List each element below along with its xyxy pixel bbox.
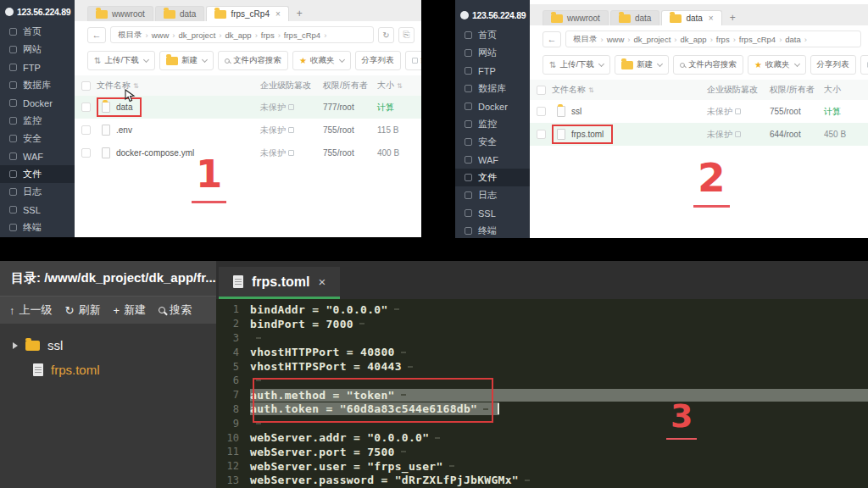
share-list-button[interactable]: 分享列表: [355, 51, 401, 70]
breadcrumb-segment[interactable]: 根目录: [118, 30, 152, 41]
sidebar-item[interactable]: 文件: [455, 169, 530, 186]
row-checkbox[interactable]: [81, 148, 91, 158]
server-header[interactable]: 123.56.224.89 0: [0, 0, 75, 23]
code-line[interactable]: 3: [216, 331, 868, 346]
favorites-button[interactable]: ★收藏夹: [748, 55, 805, 75]
close-icon[interactable]: ×: [318, 274, 326, 289]
sidebar-item[interactable]: 数据库: [0, 76, 75, 94]
breadcrumb-segment[interactable]: dk_app: [680, 35, 715, 44]
close-icon[interactable]: ×: [709, 14, 714, 23]
refresh-icon[interactable]: ↻: [378, 27, 394, 43]
row-checkbox[interactable]: [537, 107, 546, 116]
sidebar-item[interactable]: WAF: [455, 151, 530, 169]
sidebar-item[interactable]: FTP: [0, 58, 75, 76]
code-line[interactable]: 6: [216, 374, 868, 388]
file-size[interactable]: 计算: [824, 106, 868, 118]
row-checkbox[interactable]: [537, 130, 546, 139]
breadcrumb-segment[interactable]: frps_cRp4: [284, 30, 330, 40]
up-level-button[interactable]: ↑上一级: [9, 302, 53, 318]
code-line[interactable]: 8 auth.token = "60d8a83c544e6168db": [216, 402, 868, 417]
editor-tab-frps-toml[interactable]: frps.toml ×: [219, 267, 340, 299]
sidebar-item[interactable]: 监控: [455, 115, 530, 133]
refresh-button[interactable]: ↻刷新: [65, 302, 101, 318]
server-header[interactable]: 123.56.224.89 0: [455, 3, 530, 26]
content-search-button[interactable]: 文件内容搜索: [218, 51, 288, 70]
terminal-button[interactable]: 终端: [405, 51, 422, 70]
tab-data-active[interactable]: data×: [661, 10, 721, 25]
sidebar-item[interactable]: 数据库: [455, 80, 530, 97]
sidebar-item[interactable]: 监控: [0, 112, 75, 130]
close-icon[interactable]: ×: [275, 9, 281, 19]
new-tab-button[interactable]: +: [291, 6, 309, 21]
content-search-button[interactable]: 文件内容搜索: [673, 55, 743, 75]
share-list-button[interactable]: 分享列表: [810, 55, 856, 75]
tab-data[interactable]: data: [155, 6, 204, 21]
select-all-checkbox[interactable]: [81, 81, 91, 91]
breadcrumb-segment[interactable]: dk_app: [225, 30, 260, 40]
sidebar-item[interactable]: Docker: [455, 97, 530, 115]
sidebar-item[interactable]: 日志: [0, 183, 75, 201]
file-size[interactable]: 450 B: [824, 130, 868, 139]
sidebar-item[interactable]: 网站: [0, 41, 75, 58]
search-button[interactable]: 搜索: [159, 302, 192, 318]
code-line[interactable]: 11 webServer.port = 7500: [216, 445, 868, 459]
sidebar-item[interactable]: SSL: [0, 201, 75, 219]
breadcrumb-segment[interactable]: dk_project: [633, 35, 680, 44]
copy-path-icon[interactable]: ⎘: [398, 27, 415, 43]
new-tab-button[interactable]: +: [724, 10, 742, 25]
tab-wwwroot[interactable]: wwwroot: [87, 6, 153, 21]
code-line[interactable]: 4 vhostHTTPPort = 40800: [216, 345, 868, 359]
tab-data[interactable]: data: [610, 10, 659, 25]
code-line[interactable]: 1 bindAddr = "0.0.0.0": [216, 302, 868, 317]
tab-frps-crp4[interactable]: frps_cRp4×: [206, 6, 288, 21]
breadcrumb-segment[interactable]: frps_cRp4: [739, 35, 785, 44]
select-all-checkbox[interactable]: [537, 86, 546, 95]
tree-item-frps-toml[interactable]: frps.toml: [0, 358, 216, 382]
code-line[interactable]: 7 auth.method = "token": [216, 388, 868, 402]
sidebar-item[interactable]: 终端: [455, 222, 530, 238]
back-button[interactable]: ←: [542, 31, 561, 47]
breadcrumb-segment[interactable]: 根目录: [573, 34, 607, 45]
code-line[interactable]: 10 webServer.addr = "0.0.0.0": [216, 430, 868, 445]
file-size[interactable]: 400 B: [377, 148, 421, 158]
sidebar-item[interactable]: 网站: [455, 44, 530, 62]
new-button[interactable]: 新建: [615, 55, 669, 75]
sidebar-item[interactable]: SSL: [455, 204, 530, 222]
tab-wwwroot[interactable]: wwwroot: [542, 10, 609, 25]
sidebar-item[interactable]: 文件: [0, 165, 75, 183]
table-row[interactable]: frps.toml 未保护 644/root 450 B: [530, 123, 868, 146]
new-button[interactable]: 新建: [159, 51, 214, 70]
breadcrumb-segment[interactable]: www: [152, 30, 179, 40]
code-line[interactable]: 12 webServer.user = "frps_user": [216, 459, 868, 474]
terminal-button[interactable]: 终端: [860, 55, 868, 75]
new-file-button[interactable]: +新建: [113, 302, 146, 318]
breadcrumb-segment[interactable]: www: [607, 35, 634, 44]
code-line[interactable]: 9: [216, 416, 868, 430]
sidebar-item[interactable]: 安全: [455, 133, 530, 151]
upload-download-button[interactable]: ⇅上传/下载: [87, 51, 155, 70]
back-button[interactable]: ←: [87, 27, 106, 43]
code-area[interactable]: 1 bindAddr = "0.0.0.0" 2 bindPort = 7000…: [216, 299, 868, 488]
row-checkbox[interactable]: [81, 125, 91, 135]
breadcrumb-segment[interactable]: frps: [261, 30, 284, 40]
code-line[interactable]: 2 bindPort = 7000: [216, 317, 868, 331]
sidebar-item[interactable]: 首页: [455, 26, 530, 44]
file-size[interactable]: 115 B: [377, 125, 421, 135]
row-checkbox[interactable]: [81, 103, 91, 112]
file-size[interactable]: 计算: [377, 102, 421, 114]
sidebar-item[interactable]: 日志: [455, 186, 530, 204]
breadcrumb-segment[interactable]: dk_project: [178, 30, 225, 40]
table-row[interactable]: ssl 未保护 755/root 计算: [530, 100, 868, 123]
breadcrumb-segment[interactable]: data: [785, 35, 810, 44]
upload-download-button[interactable]: ⇅上传/下载: [542, 55, 610, 75]
sidebar-item[interactable]: 终端: [0, 219, 75, 236]
sidebar-item[interactable]: 首页: [0, 23, 75, 41]
table-row[interactable]: .env 未保护 755/root 115 B: [75, 119, 421, 141]
favorites-button[interactable]: ★收藏夹: [292, 51, 350, 70]
tree-item-ssl[interactable]: ssl: [0, 333, 216, 358]
code-line[interactable]: 13 webServer.password = "dRrZXLfPjJbKWGM…: [216, 474, 868, 488]
table-row[interactable]: docker-compose.yml 未保护 755/root 400 B: [75, 141, 421, 164]
sidebar-item[interactable]: Docker: [0, 94, 75, 112]
code-line[interactable]: 5 vhostHTTPSPort = 40443: [216, 359, 868, 374]
sidebar-item[interactable]: FTP: [455, 62, 530, 80]
